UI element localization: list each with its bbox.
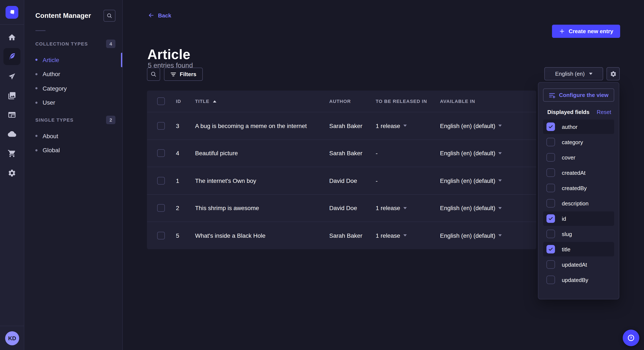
main-nav-rail: KD bbox=[0, 0, 24, 350]
column-header-title[interactable]: TITLE bbox=[195, 99, 329, 104]
sidebar-item-settings[interactable] bbox=[4, 165, 20, 181]
sidebar-item-content-builder[interactable] bbox=[4, 106, 20, 123]
column-header-author[interactable]: AUTHOR bbox=[329, 99, 376, 104]
help-button[interactable]: ? bbox=[623, 330, 639, 346]
cell-author: Sarah Baker bbox=[329, 232, 376, 239]
create-new-entry-button[interactable]: Create new entry bbox=[552, 25, 620, 38]
sidebar-item-content-manager[interactable] bbox=[4, 48, 20, 65]
cell-title: What's inside a Black Hole bbox=[195, 232, 329, 239]
cell-id: 3 bbox=[176, 123, 195, 129]
subnav-item-user[interactable]: User bbox=[35, 95, 116, 110]
field-label: createdAt bbox=[562, 170, 586, 176]
field-label: slug bbox=[562, 231, 572, 237]
cell-author: David Doe bbox=[329, 205, 376, 212]
subnav-item-author[interactable]: Author bbox=[35, 67, 116, 81]
locale-select[interactable]: English (en) bbox=[544, 67, 603, 80]
configure-view-button[interactable]: Configure the view bbox=[543, 88, 614, 102]
bullet-icon bbox=[35, 149, 38, 151]
checkbox-unchecked[interactable] bbox=[546, 199, 555, 207]
available-value: English (en) (default) bbox=[440, 123, 495, 129]
field-row-slug[interactable]: slug bbox=[543, 227, 614, 241]
sidebar-item-media-library[interactable] bbox=[4, 87, 20, 104]
field-row-id[interactable]: id bbox=[543, 211, 614, 226]
column-header-available[interactable]: AVAILABLE IN bbox=[440, 99, 536, 104]
checkbox-unchecked[interactable] bbox=[546, 169, 555, 177]
row-checkbox[interactable] bbox=[157, 177, 165, 184]
sidebar-item-cloud[interactable] bbox=[4, 126, 20, 143]
field-row-createdBy[interactable]: createdBy bbox=[543, 181, 614, 195]
field-row-description[interactable]: description bbox=[543, 196, 614, 210]
rail-divider bbox=[0, 326, 24, 326]
gear-icon bbox=[610, 70, 616, 77]
gear-icon bbox=[8, 169, 16, 177]
sidebar-item-marketplace[interactable] bbox=[4, 145, 20, 162]
caret-down-icon bbox=[498, 234, 502, 237]
filters-label: Filters bbox=[180, 71, 196, 77]
strapi-logo[interactable] bbox=[6, 6, 18, 19]
caret-down-icon bbox=[498, 125, 502, 127]
cell-released[interactable]: 1 release bbox=[376, 123, 440, 129]
checkbox-unchecked[interactable] bbox=[546, 138, 555, 146]
row-checkbox[interactable] bbox=[157, 204, 165, 212]
row-checkbox[interactable] bbox=[157, 150, 165, 157]
subnav-search-button[interactable] bbox=[104, 10, 116, 22]
table-header-row: ID TITLE AUTHOR TO BE RELEASED IN AVAILA… bbox=[147, 91, 536, 112]
checkbox-checked[interactable] bbox=[546, 245, 555, 253]
subnav-item-label: User bbox=[42, 99, 55, 106]
cell-id: 2 bbox=[176, 205, 195, 212]
field-row-author[interactable]: author bbox=[543, 120, 614, 134]
checkbox-unchecked[interactable] bbox=[546, 276, 555, 284]
back-link[interactable]: Back bbox=[148, 12, 171, 19]
cloud-icon bbox=[8, 130, 16, 138]
field-row-updatedAt[interactable]: updatedAt bbox=[543, 257, 614, 272]
reset-link[interactable]: Reset bbox=[597, 109, 611, 115]
available-value: English (en) (default) bbox=[440, 205, 495, 212]
sidebar-item-home[interactable] bbox=[4, 29, 20, 46]
field-row-cover[interactable]: cover bbox=[543, 150, 614, 165]
arrow-left-icon bbox=[148, 12, 154, 19]
section-header: COLLECTION TYPES4 bbox=[35, 39, 116, 48]
check-icon bbox=[548, 124, 553, 129]
checkbox-unchecked[interactable] bbox=[546, 230, 555, 238]
checkbox-checked[interactable] bbox=[546, 123, 555, 131]
field-row-category[interactable]: category bbox=[543, 135, 614, 149]
table-search-button[interactable] bbox=[147, 68, 160, 81]
view-settings-button[interactable] bbox=[606, 67, 620, 80]
cell-released[interactable]: 1 release bbox=[376, 205, 440, 212]
cell-available[interactable]: English (en) (default) bbox=[440, 150, 536, 157]
select-all-checkbox[interactable] bbox=[157, 97, 165, 105]
field-label: cover bbox=[562, 154, 576, 161]
subnav-item-article[interactable]: Article bbox=[35, 53, 116, 67]
avatar[interactable]: KD bbox=[5, 331, 19, 345]
table-row: 3A bug is becoming a meme on the interne… bbox=[147, 112, 536, 139]
sidebar-item-releases[interactable] bbox=[4, 68, 20, 85]
checkbox-unchecked[interactable] bbox=[546, 184, 555, 192]
svg-text:?: ? bbox=[630, 336, 632, 340]
filters-button[interactable]: Filters bbox=[164, 68, 203, 81]
available-value: English (en) (default) bbox=[440, 232, 495, 239]
cell-id: 1 bbox=[176, 177, 195, 184]
field-row-updatedBy[interactable]: updatedBy bbox=[543, 273, 614, 287]
field-row-createdAt[interactable]: createdAt bbox=[543, 166, 614, 180]
column-header-id[interactable]: ID bbox=[176, 99, 195, 104]
section-label: COLLECTION TYPES bbox=[35, 41, 88, 46]
checkbox-checked[interactable] bbox=[546, 214, 555, 223]
cell-available[interactable]: English (en) (default) bbox=[440, 177, 536, 184]
subnav-item-category[interactable]: Category bbox=[35, 81, 116, 95]
cell-released[interactable]: 1 release bbox=[376, 232, 440, 239]
cell-available[interactable]: English (en) (default) bbox=[440, 205, 536, 212]
subnav-item-global[interactable]: Global bbox=[35, 143, 116, 157]
subnav-item-about[interactable]: About bbox=[35, 129, 116, 143]
check-icon bbox=[548, 247, 553, 252]
checkbox-unchecked[interactable] bbox=[546, 153, 555, 162]
caret-down-icon bbox=[498, 152, 502, 154]
row-checkbox[interactable] bbox=[157, 232, 165, 239]
cell-available[interactable]: English (en) (default) bbox=[440, 123, 536, 129]
field-row-title[interactable]: title bbox=[543, 242, 614, 256]
row-checkbox[interactable] bbox=[157, 122, 165, 130]
page-title: Article bbox=[147, 47, 190, 63]
cell-title: Beautiful picture bbox=[195, 150, 329, 157]
checkbox-unchecked[interactable] bbox=[546, 260, 555, 269]
column-header-released[interactable]: TO BE RELEASED IN bbox=[376, 99, 440, 104]
cell-available[interactable]: English (en) (default) bbox=[440, 232, 536, 239]
